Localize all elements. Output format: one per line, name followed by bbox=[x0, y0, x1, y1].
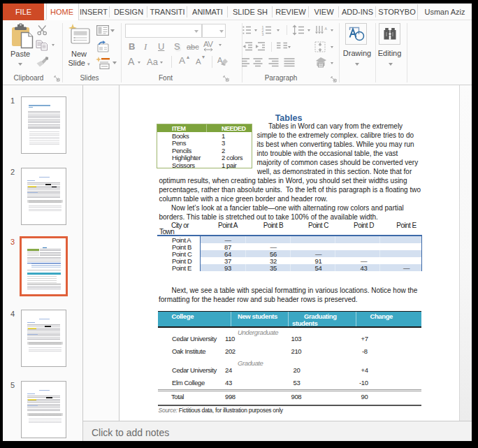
svg-text:A: A bbox=[217, 56, 223, 64]
svg-text:3: 3 bbox=[262, 32, 264, 36]
svg-text:A: A bbox=[325, 27, 328, 31]
